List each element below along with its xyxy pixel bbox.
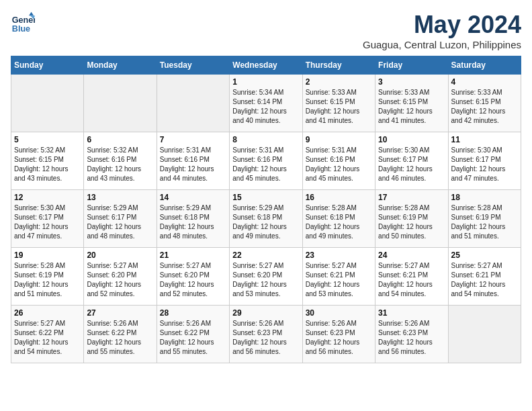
month-title: May 2024 [363,11,521,39]
day-number: 26 [14,308,81,318]
day-number: 13 [87,193,153,202]
day-number: 15 [232,193,299,202]
day-info: Sunrise: 5:29 AM Sunset: 6:18 PM Dayligh… [232,203,299,241]
calendar-cell: 26Sunrise: 5:27 AM Sunset: 6:22 PM Dayli… [11,306,84,363]
calendar-cell: 23Sunrise: 5:27 AM Sunset: 6:21 PM Dayli… [302,248,375,306]
calendar-cell: 16Sunrise: 5:28 AM Sunset: 6:18 PM Dayli… [302,190,375,248]
title-block: May 2024 Guagua, Central Luzon, Philippi… [363,11,521,50]
calendar-cell: 30Sunrise: 5:26 AM Sunset: 6:23 PM Dayli… [302,306,375,363]
logo: General Blue [11,11,35,35]
day-info: Sunrise: 5:28 AM Sunset: 6:19 PM Dayligh… [451,203,518,241]
calendar-cell: 12Sunrise: 5:30 AM Sunset: 6:17 PM Dayli… [11,190,84,248]
calendar-cell: 14Sunrise: 5:29 AM Sunset: 6:18 PM Dayli… [157,190,229,248]
calendar-cell: 15Sunrise: 5:29 AM Sunset: 6:18 PM Dayli… [230,190,302,248]
day-info: Sunrise: 5:30 AM Sunset: 6:17 PM Dayligh… [378,146,445,183]
day-info: Sunrise: 5:28 AM Sunset: 6:19 PM Dayligh… [378,203,445,241]
day-number: 23 [306,250,372,260]
calendar-cell: 20Sunrise: 5:27 AM Sunset: 6:20 PM Dayli… [84,248,157,306]
day-number: 20 [87,250,153,260]
calendar-week-5: 26Sunrise: 5:27 AM Sunset: 6:22 PM Dayli… [11,306,521,363]
logo-icon: General Blue [11,11,35,35]
calendar-header-row: SundayMondayTuesdayWednesdayThursdayFrid… [11,56,521,75]
calendar-table: SundayMondayTuesdayWednesdayThursdayFrid… [11,56,521,363]
day-info: Sunrise: 5:26 AM Sunset: 6:23 PM Dayligh… [232,319,299,357]
calendar-cell: 24Sunrise: 5:27 AM Sunset: 6:21 PM Dayli… [375,248,448,306]
calendar-cell: 18Sunrise: 5:28 AM Sunset: 6:19 PM Dayli… [448,190,521,248]
day-number: 28 [160,308,226,318]
calendar-cell: 29Sunrise: 5:26 AM Sunset: 6:23 PM Dayli… [230,306,302,363]
day-info: Sunrise: 5:34 AM Sunset: 6:14 PM Dayligh… [232,88,299,126]
day-info: Sunrise: 5:27 AM Sunset: 6:20 PM Dayligh… [232,261,299,299]
day-info: Sunrise: 5:31 AM Sunset: 6:16 PM Dayligh… [306,146,372,183]
day-info: Sunrise: 5:33 AM Sunset: 6:15 PM Dayligh… [451,88,518,126]
day-number: 21 [160,250,226,260]
day-number: 16 [306,193,372,202]
day-number: 4 [451,77,518,87]
day-info: Sunrise: 5:26 AM Sunset: 6:23 PM Dayligh… [306,319,372,357]
calendar-week-3: 12Sunrise: 5:30 AM Sunset: 6:17 PM Dayli… [11,190,521,248]
calendar-cell: 3Sunrise: 5:33 AM Sunset: 6:15 PM Daylig… [375,75,448,132]
day-info: Sunrise: 5:26 AM Sunset: 6:22 PM Dayligh… [160,319,226,357]
day-number: 9 [306,135,372,144]
calendar-cell: 27Sunrise: 5:26 AM Sunset: 6:22 PM Dayli… [84,306,157,363]
calendar-cell: 1Sunrise: 5:34 AM Sunset: 6:14 PM Daylig… [230,75,302,132]
day-number: 25 [451,250,518,260]
day-info: Sunrise: 5:29 AM Sunset: 6:17 PM Dayligh… [87,203,153,241]
calendar-cell: 13Sunrise: 5:29 AM Sunset: 6:17 PM Dayli… [84,190,157,248]
calendar-cell: 2Sunrise: 5:33 AM Sunset: 6:15 PM Daylig… [302,75,375,132]
day-info: Sunrise: 5:32 AM Sunset: 6:16 PM Dayligh… [87,146,153,183]
svg-text:Blue: Blue [12,24,30,34]
calendar-week-4: 19Sunrise: 5:28 AM Sunset: 6:19 PM Dayli… [11,248,521,306]
calendar-week-2: 5Sunrise: 5:32 AM Sunset: 6:15 PM Daylig… [11,132,521,190]
calendar-cell: 25Sunrise: 5:27 AM Sunset: 6:21 PM Dayli… [448,248,521,306]
calendar-cell: 8Sunrise: 5:31 AM Sunset: 6:16 PM Daylig… [230,132,302,190]
day-number: 30 [306,308,372,318]
calendar-cell: 5Sunrise: 5:32 AM Sunset: 6:15 PM Daylig… [11,132,84,190]
calendar-cell: 17Sunrise: 5:28 AM Sunset: 6:19 PM Dayli… [375,190,448,248]
day-number: 24 [378,250,445,260]
calendar-cell: 28Sunrise: 5:26 AM Sunset: 6:22 PM Dayli… [157,306,229,363]
day-info: Sunrise: 5:26 AM Sunset: 6:22 PM Dayligh… [87,319,153,357]
day-header-friday: Friday [375,56,448,75]
day-info: Sunrise: 5:30 AM Sunset: 6:17 PM Dayligh… [14,203,81,241]
calendar-cell: 4Sunrise: 5:33 AM Sunset: 6:15 PM Daylig… [448,75,521,132]
day-number: 8 [232,135,299,144]
location-title: Guagua, Central Luzon, Philippines [363,39,521,50]
day-header-sunday: Sunday [11,56,84,75]
day-number: 19 [14,250,81,260]
day-info: Sunrise: 5:33 AM Sunset: 6:15 PM Dayligh… [378,88,445,126]
day-info: Sunrise: 5:29 AM Sunset: 6:18 PM Dayligh… [160,203,226,241]
calendar-cell: 9Sunrise: 5:31 AM Sunset: 6:16 PM Daylig… [302,132,375,190]
day-header-thursday: Thursday [302,56,375,75]
day-number: 29 [232,308,299,318]
day-info: Sunrise: 5:28 AM Sunset: 6:18 PM Dayligh… [306,203,372,241]
day-header-tuesday: Tuesday [157,56,229,75]
calendar-body: 1Sunrise: 5:34 AM Sunset: 6:14 PM Daylig… [11,75,521,363]
svg-marker-2 [29,12,34,15]
day-number: 5 [14,135,81,144]
calendar-cell: 21Sunrise: 5:27 AM Sunset: 6:20 PM Dayli… [157,248,229,306]
day-header-wednesday: Wednesday [230,56,302,75]
day-info: Sunrise: 5:32 AM Sunset: 6:15 PM Dayligh… [14,146,81,183]
day-info: Sunrise: 5:27 AM Sunset: 6:20 PM Dayligh… [160,261,226,299]
day-number: 10 [378,135,445,144]
calendar-cell [157,75,229,132]
day-info: Sunrise: 5:28 AM Sunset: 6:19 PM Dayligh… [14,261,81,299]
day-info: Sunrise: 5:27 AM Sunset: 6:21 PM Dayligh… [378,261,445,299]
calendar-cell [11,75,84,132]
day-number: 7 [160,135,226,144]
day-header-saturday: Saturday [448,56,521,75]
page-header: General Blue May 2024 Guagua, Central Lu… [11,11,521,50]
day-number: 27 [87,308,153,318]
calendar-cell: 19Sunrise: 5:28 AM Sunset: 6:19 PM Dayli… [11,248,84,306]
day-header-monday: Monday [84,56,157,75]
calendar-week-1: 1Sunrise: 5:34 AM Sunset: 6:14 PM Daylig… [11,75,521,132]
day-number: 1 [232,77,299,87]
calendar-cell: 6Sunrise: 5:32 AM Sunset: 6:16 PM Daylig… [84,132,157,190]
day-info: Sunrise: 5:30 AM Sunset: 6:17 PM Dayligh… [451,146,518,183]
day-number: 31 [378,308,445,318]
day-number: 17 [378,193,445,202]
day-number: 14 [160,193,226,202]
day-info: Sunrise: 5:33 AM Sunset: 6:15 PM Dayligh… [306,88,372,126]
day-info: Sunrise: 5:31 AM Sunset: 6:16 PM Dayligh… [232,146,299,183]
